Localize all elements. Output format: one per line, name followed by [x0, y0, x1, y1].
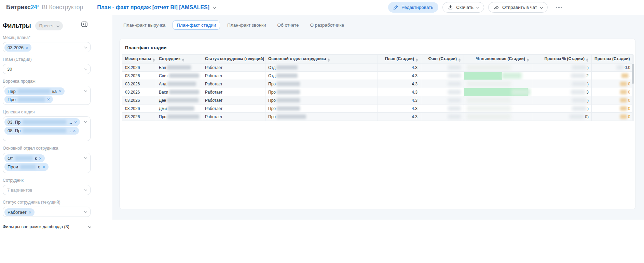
- sort-icon[interactable]: [416, 58, 418, 62]
- chevron-down-icon: [476, 6, 479, 9]
- target-stage-chip-1[interactable]: 03. Пр ... ×: [4, 118, 80, 126]
- blurred-text: [23, 128, 66, 133]
- brand-suffix: BI Конструктор: [42, 4, 83, 11]
- send-to-chat-button[interactable]: Отправить в чат: [488, 2, 548, 13]
- col-employee: Сотрудник: [156, 55, 202, 64]
- report-title: План - факт продаж [отчет BI] [AMSALES]: [97, 4, 209, 11]
- funnel-filter-input[interactable]: Пер ка × Про ×: [3, 86, 91, 105]
- blurred-text: [23, 120, 66, 124]
- funnel-chip-1[interactable]: Пер ка ×: [4, 87, 65, 95]
- chip-text: Прои: [8, 164, 18, 169]
- bitrix24-logo: Битрикс24® BI Конструктор: [6, 4, 83, 11]
- chevron-down-icon: [84, 67, 87, 70]
- topbar-actions: Редактировать Скачать Отправить в чат: [388, 2, 562, 13]
- filter-label-month: Месяц плана*: [3, 35, 112, 40]
- filter-label-plan: План (Стадии): [3, 57, 112, 62]
- plan-filter-input[interactable]: 30: [3, 64, 91, 74]
- sort-icon[interactable]: [153, 58, 155, 62]
- chip-text: ..: [68, 128, 71, 133]
- employee-placeholder: 7 вариантов: [4, 188, 32, 193]
- table-header-row: Месяц плана Сотрудник Статус сотрудника …: [122, 55, 633, 64]
- plan-filter-value: 30: [4, 67, 12, 72]
- chip-text: 03. Пр: [8, 120, 20, 125]
- completion-bar: [464, 72, 502, 80]
- table-row: 03.2026 Свет Работает Отд 4.3 2 .: [122, 72, 633, 80]
- sort-icon[interactable]: [182, 58, 184, 62]
- filters-sidebar: Фильтры Пресет Месяц плана* 03.2026 × Пл…: [0, 15, 112, 229]
- tab-plan-fact-stages[interactable]: План-факт стадии: [173, 20, 220, 30]
- chip-text: Пер: [8, 89, 16, 94]
- col-fact: Факт (Стадии): [421, 55, 464, 64]
- remove-chip-icon[interactable]: ×: [47, 97, 50, 102]
- sort-icon[interactable]: [458, 58, 461, 62]
- download-button-label: Скачать: [456, 5, 474, 10]
- remove-chip-icon[interactable]: ×: [29, 210, 31, 215]
- table-row: 03.2026 Про Работает Про 4.3 0) 0: [122, 113, 633, 121]
- scrollbar-thumb[interactable]: [632, 64, 634, 84]
- month-chip[interactable]: 03.2026 ×: [4, 44, 31, 52]
- tab-about-report[interactable]: Об отчете: [273, 20, 303, 30]
- col-status: Статус сотрудника (текущий): [202, 55, 265, 64]
- employee-filter-input[interactable]: 7 вариантов: [3, 185, 91, 195]
- header-divider: [90, 4, 90, 11]
- filter-label-funnel: Воронка продаж: [3, 79, 112, 84]
- col-forecast-pct: Прогноз % (Стадии): [532, 55, 592, 64]
- chip-text: ка: [52, 89, 57, 94]
- send-icon: [494, 5, 499, 10]
- tab-plan-fact-calls[interactable]: План-факт звонки: [223, 20, 270, 30]
- edit-button[interactable]: Редактировать: [388, 2, 438, 13]
- blurred-text: [15, 156, 33, 161]
- tab-plan-fact-revenue[interactable]: План-факт выручка: [119, 20, 169, 30]
- remove-chip-icon[interactable]: ×: [26, 45, 28, 50]
- table-row: 03.2026 Анд Работает Про 4.3 ) 0: [122, 80, 633, 88]
- status-chip[interactable]: Работает ×: [4, 208, 35, 216]
- filters-outside-dashboard-toggle[interactable]: Фильтры вне рамок дашборда (3): [3, 224, 91, 229]
- target-stage-chip-2[interactable]: 08. Пр .. ×: [4, 127, 79, 135]
- chevron-down-icon: [84, 45, 87, 48]
- chevron-down-icon: [56, 24, 59, 27]
- filters-title: Фильтры: [3, 22, 31, 29]
- table-scrollbar: [632, 55, 634, 121]
- preset-button[interactable]: Пресет: [35, 21, 63, 30]
- filter-label-target-stage: Целевая стадия: [3, 110, 112, 114]
- blurred-text: [20, 165, 36, 169]
- chevron-down-icon: [540, 6, 543, 9]
- department-filter-input[interactable]: От к × Прои о ×: [3, 153, 91, 173]
- brand-number: 24: [31, 4, 37, 11]
- plan-fact-stages-card: План-факт стадии Месяц плана Сотрудник С…: [119, 39, 636, 209]
- col-plan: План (Стадии): [378, 55, 421, 64]
- collapse-sidebar-button[interactable]: [81, 22, 87, 27]
- remove-chip-icon[interactable]: ×: [59, 89, 61, 94]
- remove-chip-icon[interactable]: ×: [73, 128, 76, 133]
- more-options-button[interactable]: [556, 7, 562, 8]
- filters-outside-label: Фильтры вне рамок дашборда (3): [3, 224, 69, 229]
- report-title-dropdown[interactable]: План - факт продаж [отчет BI] [AMSALES]: [97, 4, 215, 11]
- chevron-down-icon: [84, 156, 87, 159]
- filter-label-employee: Сотрудник: [3, 178, 112, 183]
- plan-fact-stages-table: Месяц плана Сотрудник Статус сотрудника …: [122, 54, 633, 121]
- pencil-icon: [393, 5, 398, 10]
- sort-icon[interactable]: [328, 58, 330, 62]
- filter-label-status: Статус сотрудника (текущий): [3, 200, 112, 205]
- chevron-down-icon: [84, 188, 87, 191]
- remove-chip-icon[interactable]: ×: [39, 156, 42, 161]
- chip-text: о: [38, 164, 40, 169]
- department-chip-2[interactable]: Прои о ×: [4, 163, 49, 171]
- month-filter-input[interactable]: 03.2026 ×: [3, 42, 91, 52]
- preset-label: Пресет: [39, 23, 54, 28]
- collapse-panel-icon: [81, 22, 87, 27]
- download-button[interactable]: Скачать: [442, 2, 484, 13]
- status-filter-input[interactable]: Работает ×: [3, 207, 91, 217]
- target-stage-filter-input[interactable]: 03. Пр ... × 08. Пр .. ×: [3, 116, 91, 141]
- chevron-down-icon: [84, 210, 87, 213]
- chip-text: Про: [8, 97, 16, 102]
- sort-icon[interactable]: [527, 58, 529, 62]
- funnel-chip-2[interactable]: Про ×: [4, 96, 53, 103]
- remove-chip-icon[interactable]: ×: [74, 120, 77, 125]
- remove-chip-icon[interactable]: ×: [42, 165, 45, 169]
- department-chip-1[interactable]: От к ×: [4, 154, 45, 162]
- filter-label-department: Основной отдел сотрудника: [3, 146, 112, 151]
- tab-about-developer[interactable]: О разработчике: [306, 20, 348, 30]
- table-row: 03.2026 Бан Работает Отд 4.3 ) 0.0: [122, 64, 633, 72]
- sort-icon[interactable]: [586, 58, 588, 62]
